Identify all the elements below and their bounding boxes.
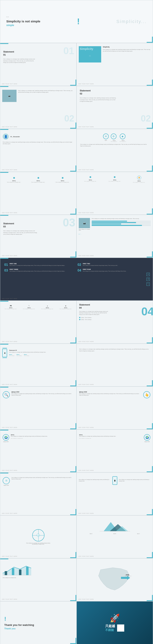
add-text-label: ADD YOUR TEXT HERE: [78, 169, 94, 170]
s04-heading: Statement04: [79, 303, 150, 310]
stmt-heading: Statement01: [3, 50, 73, 56]
add-text-label: ADD YOUR TEXT HERE: [78, 384, 94, 385]
i3-icon-4: ◆: [57, 305, 74, 307]
fi-label-1: Qitmiy: [3, 180, 25, 181]
exclaim-icon: !: [77, 17, 80, 26]
avatar-icon: 👤: [3, 134, 9, 140]
add-text-label: ADD YOUR TEXT HERE: [2, 513, 17, 514]
person-name: Qianyu 2016: [12, 391, 74, 393]
slide-mountain: Item A Item B Item C ADD YOUR TEXT HERE: [77, 515, 153, 558]
slide-thank-you: ! Thank you for watching Thank you: [0, 601, 77, 644]
add-text-label: ADD YOUR TEXT HERE: [78, 470, 94, 471]
title-left: 016 Simplicity is not simple simple: [6, 16, 40, 27]
crosshair-body: One is always on a strange road, watchin…: [26, 543, 51, 545]
globe-left-year: Qianyu 2016: [3, 441, 9, 442]
atom-content: ⚛ Qianyu 2016 One is always on a strange…: [3, 477, 74, 486]
slide-row-10: 🔍 Qianyu 2016 One is always on a strange…: [0, 386, 153, 430]
hand-name: Qianyu 2016: [79, 391, 141, 393]
top-accent: [0, 387, 8, 388]
bg-num-02r: 02: [141, 113, 151, 124]
top-accent: [0, 43, 8, 44]
phone-center-icon: 📱: [112, 476, 117, 485]
add-text-label: ADD YOUR TEXT HERE: [2, 341, 17, 342]
slide-row-13: One is always on a strange road, watchin…: [0, 515, 153, 558]
add-text-label: ADD YOUR TEXT HERE: [2, 384, 17, 385]
fi-text-3: One is always on a strange road...: [51, 182, 74, 183]
corner-accent: [70, 638, 76, 644]
icon-item-3: ◆ Qitmiy One is always on...: [120, 134, 127, 142]
nl-2: 02 FIRST TWO One is always on a strange …: [78, 263, 149, 267]
s04r-body: One is always on a strange road, watchin…: [79, 348, 150, 352]
add-text-label: ADD YOUR TEXT HERE: [2, 83, 17, 84]
globe-right-year: Qianyu 2016: [144, 441, 150, 442]
search-person-icon: 🔍: [3, 391, 10, 398]
fi-text-1: One is always on a strange road...: [3, 182, 25, 183]
fi-label-3: Qitmiy: [51, 180, 74, 181]
fi-1: Qitmiy One is always on a strange road..…: [3, 176, 25, 183]
circle-1: ●: [79, 234, 80, 235]
phone-top-bar: [3, 348, 7, 348]
stmt01-right-text: Simplicity One is always on a strange ro…: [103, 46, 151, 62]
corner-accent: [147, 208, 153, 214]
corner-accent: [70, 80, 76, 86]
corner-accent: [147, 251, 153, 258]
icon3-row: 🎮 Qitmiy One is always on a strange road…: [2, 305, 74, 310]
slide-phone-center: One is always on a strange road, watchin…: [77, 472, 153, 515]
icon-item-2: ⚙ Qitmiy One is always on...: [111, 134, 118, 142]
corner-accent: [70, 423, 76, 429]
pb-body: One is always on a strange road, watchin…: [92, 218, 151, 220]
svg-rect-7: [19, 570, 22, 575]
top-accent: [0, 86, 8, 87]
slide-stmt01-right: Simplicity 01 Simplicity One is always o…: [77, 43, 153, 86]
slide-row-11: 🌍 Qianyu 2016 Qitmiy One is always on a …: [0, 430, 153, 472]
corner-accent: [70, 466, 76, 472]
slide-row-15: ! Thank you for watching Thank you 🚀 只超越…: [0, 601, 153, 644]
profile-name: Hi , Alexander: [11, 136, 20, 138]
icon-row: ✉ GPS ⚙ Qitmiy One is always on... ◆ Qit…: [79, 134, 150, 142]
corner-accent: [70, 509, 76, 515]
bar-2: [92, 222, 151, 223]
slide-row-12: ⚛ Qianyu 2016 One is always on a strange…: [0, 472, 153, 515]
globe-left-icon-wrap: 🌍 Qianyu 2016: [3, 434, 9, 442]
metric-1: Metric One is always...: [9, 354, 15, 356]
rocket-icon: 🚀: [110, 614, 120, 623]
ml-1: Item A: [90, 533, 92, 534]
phone-text: Statement 04 One is always on a strange …: [9, 350, 74, 356]
image-box: Simplicity 01: [79, 46, 101, 62]
dark-icons: ✉ ☰ ✎: [146, 273, 150, 286]
bar-3: [92, 224, 151, 224]
corner-accent: [147, 37, 153, 43]
fi-2: Qitmiy One is always on a strange road..…: [27, 176, 50, 183]
slide-row-6: 03 Statement03 One is always on a strang…: [0, 215, 153, 258]
add-text-label: ADD YOUR TEXT HERE: [78, 255, 94, 256]
ty-exclaim-wrap: !: [4, 616, 72, 622]
atom-icon: ⚛: [3, 477, 10, 484]
pc-right-text: One is always on a strange road, watchin…: [119, 479, 151, 482]
bar-4: [92, 225, 151, 226]
slide-profile-bars: 📷 One is always on a strange road... ● ○…: [77, 215, 153, 258]
slide-stmt01-left: 01 Statement01 One is always on a strang…: [0, 43, 77, 86]
slide-stmt03: 03 Statement03 One is always on a strang…: [0, 215, 77, 258]
hand-text: Qianyu 2016 One is always on a strange r…: [79, 391, 141, 396]
five-items-row: Qitmiy One is always on a strange road..…: [3, 176, 74, 183]
corner-accent: [147, 80, 153, 86]
slide-row-1: 016 Simplicity is not simple simple ! Si…: [0, 0, 153, 43]
qr-code: ▣: [117, 624, 124, 632]
gps-icon: ✉: [103, 134, 109, 139]
atom-icon-wrap: ⚛ Qianyu 2016: [3, 477, 10, 486]
stmt02-heading: Statement02: [80, 89, 150, 96]
ch-vert: [38, 530, 39, 541]
fir-2: Qitmiy One is always on a strange road..…: [103, 176, 126, 183]
s04-content: Statement04 One is always on a strange r…: [79, 303, 150, 320]
main-title: Simplicity is not simple: [6, 20, 40, 23]
dot-s04-1: [79, 317, 80, 318]
corner-accent: [147, 423, 153, 429]
rocket-heading1: 只超越: [105, 624, 115, 628]
nl-text-1: FIRST ONE One is always on a strange roa…: [10, 263, 65, 267]
phone-icon: 📱: [2, 349, 7, 357]
icon-label-1: GPS: [103, 140, 109, 141]
nl-label-2: FIRST TWO: [83, 263, 118, 264]
add-text-label: ADD YOUR TEXT HERE: [2, 255, 17, 256]
phone-content: 📱 Statement 04 One is always on a strang…: [2, 348, 74, 358]
i3-2: ✎ Qitmiy One is always on a strange road…: [21, 305, 38, 310]
